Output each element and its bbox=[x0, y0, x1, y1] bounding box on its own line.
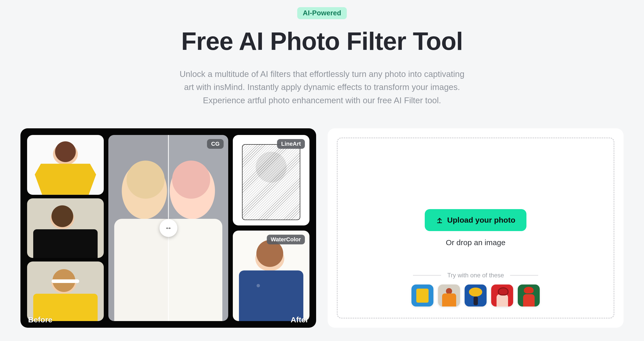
sample-photo-1[interactable] bbox=[27, 135, 104, 195]
filter-result-lineart[interactable]: LineArt bbox=[233, 135, 309, 225]
samples-label: Try with one of these bbox=[447, 272, 504, 279]
upload-button-label: Upload your photo bbox=[447, 216, 515, 224]
page-title: Free AI Photo Filter Tool bbox=[181, 27, 463, 56]
sample-images-section: Try with one of these bbox=[338, 272, 614, 306]
filter-tag-watercolor: WaterColor bbox=[267, 235, 305, 244]
drag-arrows-icon: ↔ bbox=[165, 224, 172, 232]
drop-instruction: Or drop an image bbox=[446, 238, 505, 247]
ai-powered-badge: AI-Powered bbox=[297, 7, 347, 19]
sample-photo-2[interactable] bbox=[27, 198, 104, 258]
before-after-compare[interactable]: CG ↔ bbox=[108, 135, 228, 321]
after-label: After bbox=[291, 315, 308, 324]
before-label: Before bbox=[28, 315, 52, 324]
divider-right bbox=[510, 275, 538, 276]
sample-photo-3[interactable] bbox=[27, 262, 104, 321]
sample-image-4[interactable] bbox=[491, 285, 513, 306]
showcase-panel: CG ↔ LineArt WaterColor Before After bbox=[20, 128, 316, 328]
filter-results-column: LineArt WaterColor bbox=[233, 135, 309, 321]
sample-image-1[interactable] bbox=[411, 285, 433, 306]
upload-button[interactable]: Upload your photo bbox=[425, 209, 527, 231]
upload-panel: Upload your photo Or drop an image Try w… bbox=[328, 128, 624, 328]
filter-result-watercolor[interactable]: WaterColor bbox=[233, 231, 309, 321]
compare-filter-tag: CG bbox=[207, 139, 224, 149]
sample-photos-column bbox=[27, 135, 104, 321]
sample-image-3[interactable] bbox=[465, 285, 487, 306]
divider-left bbox=[413, 275, 441, 276]
filter-tag-lineart: LineArt bbox=[277, 139, 305, 149]
upload-icon bbox=[436, 217, 443, 224]
page-subtitle: Unlock a multitude of AI filters that ef… bbox=[174, 67, 470, 107]
compare-drag-handle[interactable]: ↔ bbox=[159, 219, 177, 237]
drop-zone[interactable]: Upload your photo Or drop an image Try w… bbox=[337, 138, 614, 319]
sample-image-2[interactable] bbox=[438, 285, 460, 306]
sample-image-5[interactable] bbox=[518, 285, 540, 306]
